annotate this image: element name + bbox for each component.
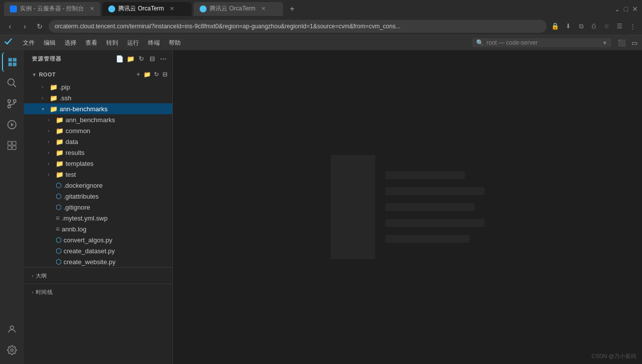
menu-select[interactable]: 选择 <box>61 38 80 48</box>
lock-icon: 🔒 <box>550 21 561 32</box>
address-icons: 🔒 ⬇ ⧉ ⎙ ☆ ☰ ⋮ <box>550 21 638 32</box>
menu-goto[interactable]: 转到 <box>102 38 122 48</box>
tab-label-1: 实例 - 云服务器 - 控制台 <box>20 4 84 13</box>
gitignore-icon: ⬡ <box>56 203 62 211</box>
tree-item-dockerignore[interactable]: › ⬡ .dockerignore <box>24 180 172 191</box>
outline-label: 大纲 <box>36 272 47 280</box>
results-folder-icon: 📁 <box>56 149 64 156</box>
activity-account[interactable] <box>2 319 22 339</box>
vscode-search-bar[interactable]: 🔍 root — code-server ▼ <box>472 38 611 47</box>
collapse-button[interactable]: ⊟ <box>147 54 157 64</box>
root-refresh[interactable]: ↻ <box>154 71 159 78</box>
create-website-icon: ⬡ <box>56 258 62 266</box>
svg-rect-11 <box>12 146 16 149</box>
new-folder-button[interactable]: 📁 <box>126 54 136 64</box>
menu-run[interactable]: 运行 <box>123 38 143 48</box>
reload-button[interactable]: ↻ <box>34 20 46 32</box>
activity-run[interactable] <box>2 115 22 135</box>
vscode-menu-bar: 文件 编辑 选择 查看 转到 运行 终端 帮助 🔍 root — code-se… <box>0 35 642 50</box>
search-icon: 🔍 <box>476 39 484 46</box>
new-tab-button[interactable]: + <box>285 2 299 16</box>
menu-help[interactable]: 帮助 <box>165 38 185 48</box>
menu-file[interactable]: 文件 <box>19 38 39 48</box>
root-new-file[interactable]: + <box>137 71 141 78</box>
tree-root[interactable]: ▼ ROOT + 📁 ↻ ⊟ <box>24 68 172 81</box>
back-button[interactable]: ‹ <box>4 20 16 32</box>
ann-sub-arrow-icon: › <box>48 117 54 123</box>
new-file-button[interactable]: 📄 <box>115 54 125 64</box>
sidebar-actions: 📄 📁 ↻ ⊟ ⋯ <box>115 54 168 64</box>
tree-item-templates[interactable]: › 📁 templates <box>24 158 172 169</box>
layout-panel-icon[interactable]: ▭ <box>629 37 640 48</box>
svg-rect-9 <box>12 142 16 145</box>
test-label: test <box>66 171 76 178</box>
pip-label: .pip <box>60 83 70 91</box>
tree-item-results[interactable]: › 📁 results <box>24 147 172 158</box>
outline-header[interactable]: › 大纲 <box>24 270 172 282</box>
ann-folder-icon: 📁 <box>50 105 58 113</box>
minimize-icon[interactable]: ⌄ <box>614 5 620 13</box>
tree-item-gitignore[interactable]: › ⬡ .gitignore <box>24 202 172 213</box>
tree-item-ssh[interactable]: › 📁 .ssh <box>24 92 172 103</box>
close-icon[interactable]: ✕ <box>632 5 638 13</box>
menu-edit[interactable]: 编辑 <box>40 38 60 48</box>
tree-item-pip[interactable]: › 📁 .pip <box>24 81 172 92</box>
activity-explorer[interactable] <box>2 52 22 72</box>
tree-item-create-website[interactable]: › ⬡ create_website.py <box>24 256 172 267</box>
refresh-button[interactable]: ↻ <box>137 54 146 64</box>
tab-close-2[interactable]: ✕ <box>170 5 174 12</box>
orca-icon-3 <box>200 5 207 12</box>
search-chevron-icon: ▼ <box>602 40 607 46</box>
attribution-text: CSDN @乃小菜鸡 <box>592 353 636 360</box>
activity-search[interactable] <box>2 73 22 93</box>
root-actions: + 📁 ↻ ⊟ <box>136 71 168 78</box>
placeholder-right-lines <box>385 171 485 243</box>
tab-close-1[interactable]: ✕ <box>90 5 94 12</box>
tree-item-mytest-swp[interactable]: › ≡ .mytest.yml.swp <box>24 213 172 223</box>
tree-item-common[interactable]: › 📁 common <box>24 125 172 136</box>
browser-tab-2[interactable]: 腾讯云 OrcaTerm ✕ <box>102 2 192 16</box>
maximize-icon[interactable]: □ <box>624 5 628 13</box>
share-icon[interactable]: ⎙ <box>588 21 599 32</box>
menu-terminal[interactable]: 终端 <box>144 38 164 48</box>
activity-settings[interactable] <box>2 340 22 360</box>
star-icon[interactable]: ☆ <box>601 21 612 32</box>
download-icon[interactable]: ⬇ <box>563 21 573 32</box>
profile-icon[interactable]: ☰ <box>614 21 625 32</box>
main-layout: 资源管理器 📄 📁 ↻ ⊟ ⋯ ▼ ROOT + 📁 ↻ <box>0 50 642 364</box>
forward-button[interactable]: › <box>19 20 31 32</box>
editor-area: CSDN @乃小菜鸡 <box>173 50 642 364</box>
tree-item-test[interactable]: › 📁 test <box>24 169 172 180</box>
activity-extensions[interactable] <box>2 136 22 155</box>
more-actions-button[interactable]: ⋯ <box>158 54 168 64</box>
tree-item-data[interactable]: › 📁 data <box>24 136 172 147</box>
tencent-icon <box>10 5 17 12</box>
sidebar-header: 资源管理器 📄 📁 ↻ ⊟ ⋯ <box>24 50 172 68</box>
browser-tab-3[interactable]: 腾讯云 OrcaTerm ✕ <box>194 2 283 16</box>
address-input[interactable] <box>49 20 547 33</box>
tree-item-create-dataset[interactable]: › ⬡ create_dataset.py <box>24 245 172 256</box>
vscode-logo <box>2 36 16 50</box>
activity-git[interactable] <box>2 94 22 114</box>
tab-close-3[interactable]: ✕ <box>261 5 266 12</box>
browser-tab-1[interactable]: 实例 - 云服务器 - 控制台 ✕ <box>4 2 100 16</box>
gitignore-label: .gitignore <box>64 204 90 211</box>
activity-bottom <box>2 319 22 364</box>
tree-item-gitattributes[interactable]: › ⬡ .gitattributes <box>24 191 172 202</box>
data-label: data <box>66 138 78 146</box>
menu-view[interactable]: 查看 <box>81 38 101 48</box>
pip-arrow-icon: › <box>42 84 48 90</box>
layout-sidebar-icon[interactable]: ⬛ <box>616 37 627 48</box>
root-new-folder[interactable]: 📁 <box>143 71 151 78</box>
timeline-header[interactable]: › 时间线 <box>24 286 172 298</box>
svg-rect-8 <box>8 142 11 145</box>
tree-item-ann-benchmarks-sub[interactable]: › 📁 ann_benchmarks <box>24 114 172 125</box>
ext-icon[interactable]: ⧉ <box>575 21 586 32</box>
tree-item-ann-benchmarks[interactable]: ▾ 📁 ann-benchmarks <box>24 103 172 114</box>
mytest-label: .mytest.yml.swp <box>62 215 107 222</box>
more-icon[interactable]: ⋮ <box>627 21 638 32</box>
tree-item-annb-log[interactable]: › ≡ annb.log <box>24 223 172 234</box>
convert-algos-icon: ⬡ <box>56 236 62 244</box>
tree-item-convert-algos[interactable]: › ⬡ convert_algos.py <box>24 234 172 245</box>
root-collapse[interactable]: ⊟ <box>162 71 168 78</box>
